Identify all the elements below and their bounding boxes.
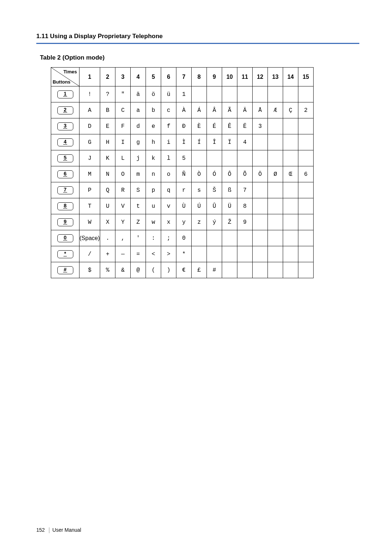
char-cell xyxy=(268,118,283,134)
page-number: 152 xyxy=(36,527,48,533)
char-cell xyxy=(298,118,314,134)
char-cell: A xyxy=(79,102,100,118)
char-cell xyxy=(222,230,237,246)
char-cell: c xyxy=(161,102,176,118)
char-cell: r xyxy=(176,182,192,198)
char-cell: E xyxy=(100,118,115,134)
char-cell xyxy=(268,262,283,278)
char-cell: T xyxy=(79,198,100,214)
keypad-button-icon: # xyxy=(57,266,73,274)
button-cell: # xyxy=(51,262,79,278)
char-cell: ( xyxy=(146,262,161,278)
table-row: 0(Space).,':;0 xyxy=(51,230,314,246)
char-cell: z xyxy=(192,214,207,230)
char-cell: Å xyxy=(253,102,268,118)
corner-cell: Times Buttons xyxy=(51,68,79,86)
char-cell: o xyxy=(161,166,176,182)
char-cell: * xyxy=(176,246,192,262)
char-cell: W xyxy=(79,214,100,230)
char-cell: Ò xyxy=(192,166,207,182)
char-cell xyxy=(253,182,268,198)
char-cell xyxy=(192,230,207,246)
char-cell xyxy=(283,182,298,198)
char-cell: ! xyxy=(79,86,100,102)
char-cell: p xyxy=(146,182,161,198)
char-cell: y xyxy=(176,214,192,230)
char-cell xyxy=(192,86,207,102)
char-cell: 7 xyxy=(237,182,253,198)
char-cell: v xyxy=(161,198,176,214)
table-row: 5JKLjkl5 xyxy=(51,150,314,166)
char-cell: h xyxy=(146,134,161,150)
char-cell xyxy=(268,214,283,230)
char-cell xyxy=(207,150,222,166)
char-cell: 0 xyxy=(176,230,192,246)
char-cell: (Space) xyxy=(79,230,100,246)
char-cell: Š xyxy=(207,182,222,198)
button-cell: 3 xyxy=(51,118,79,134)
char-cell xyxy=(207,86,222,102)
char-cell xyxy=(222,150,237,166)
keypad-button-icon: 3 xyxy=(57,122,73,130)
button-cell: * xyxy=(51,246,79,262)
char-cell: Œ xyxy=(283,166,298,182)
char-cell: Ú xyxy=(192,198,207,214)
table-row: 9WXYZwxyzýŽ9 xyxy=(51,214,314,230)
button-cell: 8 xyxy=(51,198,79,214)
char-cell: Î xyxy=(207,134,222,150)
char-cell: Õ xyxy=(237,166,253,182)
keypad-button-label: # xyxy=(63,267,68,272)
char-cell xyxy=(237,246,253,262)
table-row: */+—=<>* xyxy=(51,246,314,262)
col-header: 12 xyxy=(253,68,268,86)
char-cell: Ç xyxy=(283,102,298,118)
char-cell: Ä xyxy=(237,102,253,118)
char-cell: Ì xyxy=(176,134,192,150)
char-cell: % xyxy=(100,262,115,278)
char-cell xyxy=(298,198,314,214)
char-cell xyxy=(237,262,253,278)
char-cell: : xyxy=(146,230,161,246)
char-cell xyxy=(283,246,298,262)
char-cell: B xyxy=(100,102,115,118)
table-header-row: Times Buttons 123456789101112131415 xyxy=(51,68,314,86)
char-cell: e xyxy=(146,118,161,134)
char-cell: S xyxy=(131,182,146,198)
char-cell: O xyxy=(115,166,131,182)
char-cell: Û xyxy=(207,198,222,214)
char-cell: Æ xyxy=(268,102,283,118)
col-header: 1 xyxy=(79,68,100,86)
footer-divider-icon xyxy=(49,527,49,533)
keypad-button-icon: 1 xyxy=(57,90,73,98)
char-cell: f xyxy=(161,118,176,134)
char-cell: # xyxy=(207,262,222,278)
button-cell: 9 xyxy=(51,214,79,230)
char-cell: Z xyxy=(131,214,146,230)
char-cell: > xyxy=(161,246,176,262)
keypad-button-label: 9 xyxy=(63,219,68,224)
char-cell: d xyxy=(131,118,146,134)
char-cell xyxy=(268,182,283,198)
col-header: 13 xyxy=(268,68,283,86)
button-cell: 5 xyxy=(51,150,79,166)
table-row: 7PQRSpqrsŠß7 xyxy=(51,182,314,198)
keypad-button-icon: 8 xyxy=(57,202,73,210)
keypad-button-label: 1 xyxy=(63,91,68,97)
char-cell: & xyxy=(115,262,131,278)
table-row: #$%&@()€£# xyxy=(51,262,314,278)
char-cell xyxy=(298,134,314,150)
char-cell: — xyxy=(115,246,131,262)
char-cell: 5 xyxy=(176,150,192,166)
char-cell: Á xyxy=(192,102,207,118)
char-cell: L xyxy=(115,150,131,166)
keypad-button-label: 2 xyxy=(63,107,68,113)
char-cell: À xyxy=(176,102,192,118)
char-cell: Ø xyxy=(268,166,283,182)
char-cell: G xyxy=(79,134,100,150)
char-cell: Ã xyxy=(222,102,237,118)
button-cell: 0 xyxy=(51,230,79,246)
char-cell: i xyxy=(161,134,176,150)
char-cell: Ó xyxy=(207,166,222,182)
char-cell: 6 xyxy=(298,166,314,182)
char-cell: Ï xyxy=(222,134,237,150)
